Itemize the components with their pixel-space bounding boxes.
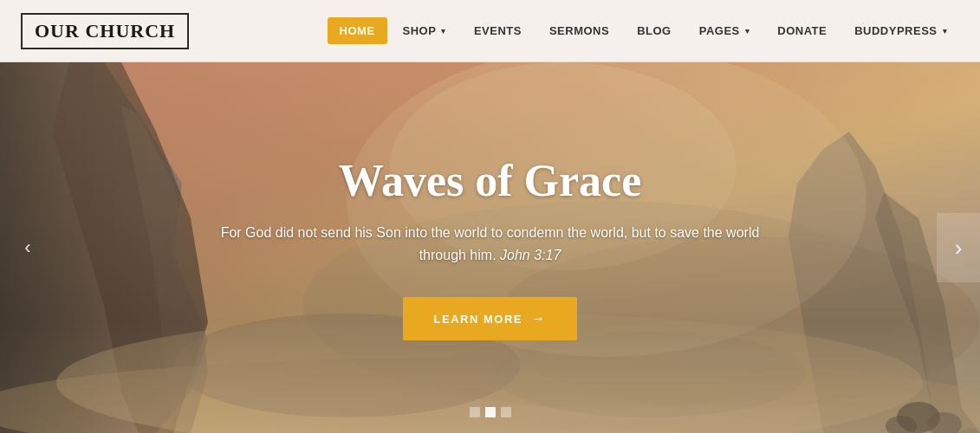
nav-item-shop[interactable]: SHOP▾ xyxy=(391,17,458,44)
nav-item-pages[interactable]: PAGES▾ xyxy=(687,17,763,44)
logo[interactable]: OUR CHURCH xyxy=(21,13,189,49)
pages-dropdown-icon: ▾ xyxy=(745,27,750,36)
hero-title: Waves of Grace xyxy=(339,155,641,206)
buddypress-dropdown-icon: ▾ xyxy=(943,27,948,36)
site-header: OUR CHURCH HOMESHOP▾EVENTSSERMONSBLOGPAG… xyxy=(0,0,980,62)
main-nav: HOMESHOP▾EVENTSSERMONSBLOGPAGES▾DONATEBU… xyxy=(328,17,959,44)
arrow-icon: → xyxy=(531,311,547,326)
nav-item-home[interactable]: HOME xyxy=(328,17,387,44)
hero-content: Waves of Grace For God did not send his … xyxy=(0,62,980,433)
slider-dots xyxy=(470,407,511,417)
shop-dropdown-icon: ▾ xyxy=(441,27,446,36)
nav-item-events[interactable]: EVENTS xyxy=(462,17,534,44)
hero-cta-label: LEARN MORE xyxy=(434,313,522,326)
hero-citation: John 3:17 xyxy=(500,248,561,262)
hero-subtitle: For God did not send his Son into the wo… xyxy=(196,222,785,266)
slider-dot-1[interactable] xyxy=(470,407,480,417)
nav-item-sermons[interactable]: SERMONS xyxy=(537,17,621,44)
logo-text: OUR CHURCH xyxy=(35,20,175,42)
slider-next-button[interactable]: › xyxy=(937,213,980,282)
nav-item-buddypress[interactable]: BUDDYPRESS▾ xyxy=(842,17,959,44)
hero-slider: ‹ Waves of Grace For God did not send hi… xyxy=(0,62,980,433)
slider-dot-2[interactable] xyxy=(485,407,496,417)
nav-item-blog[interactable]: BLOG xyxy=(625,17,684,44)
hero-cta-button[interactable]: LEARN MORE → xyxy=(403,297,578,340)
slider-prev-button[interactable]: ‹ xyxy=(9,229,47,267)
slider-dot-3[interactable] xyxy=(501,407,511,417)
nav-item-donate[interactable]: DONATE xyxy=(765,17,839,44)
